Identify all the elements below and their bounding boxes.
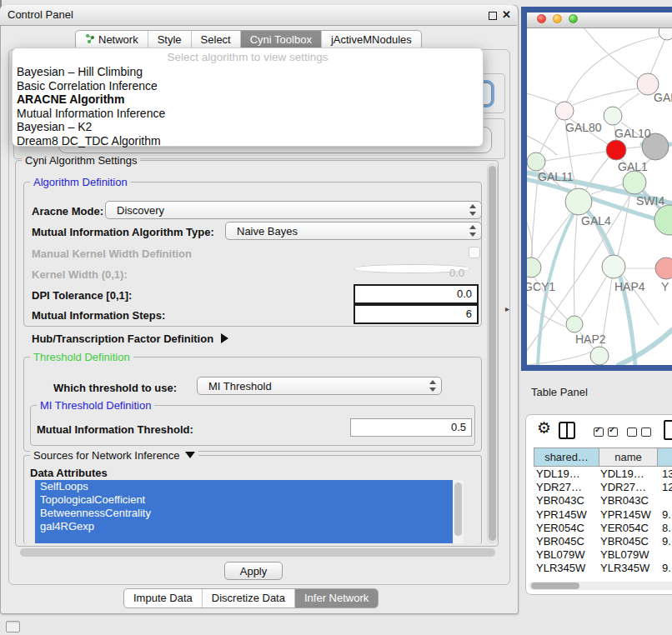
float-window-icon[interactable] xyxy=(489,12,497,20)
network-edge-thick[interactable] xyxy=(619,330,672,365)
stepper-arrows-icon xyxy=(429,379,438,392)
mi-steps-field[interactable]: 6 xyxy=(354,304,479,324)
dropdown-item-basic-correlation-inference[interactable]: Basic Correlation Inference xyxy=(13,79,483,93)
table-row[interactable]: YIL052CYIL052C9 xyxy=(534,576,672,579)
network-edge[interactable] xyxy=(537,213,571,260)
network-node-gal80[interactable] xyxy=(555,102,574,120)
mi-type-label: Mutual Information Algorithm Type: xyxy=(32,226,214,238)
tab-jactivemnodules-label: jActiveMNodules xyxy=(331,31,412,49)
settings-vertical-scrollbar[interactable] xyxy=(487,163,498,543)
settings-horizontal-scrollbar[interactable] xyxy=(20,548,495,557)
hub-definition-label: Hub/Transcription Factor Definition xyxy=(32,332,213,345)
table-row[interactable]: YBR043CYBR043C xyxy=(534,494,672,508)
aracne-mode-combo[interactable]: Discovery xyxy=(105,201,482,219)
table-function-icon[interactable] xyxy=(664,420,672,440)
network-node-unlabeled[interactable] xyxy=(606,140,626,160)
mi-threshold-field[interactable]: 0.5 xyxy=(350,418,472,437)
tab-style[interactable]: Style xyxy=(148,31,191,49)
columns-icon[interactable] xyxy=(559,422,575,439)
control-panel-titlebar[interactable] xyxy=(0,5,517,26)
close-traffic-light-icon[interactable] xyxy=(537,14,546,23)
apply-button[interactable]: Apply xyxy=(224,562,283,580)
dropdown-item-mutual-information-inference[interactable]: Mutual Information Inference xyxy=(13,107,483,121)
network-edge[interactable] xyxy=(574,215,577,316)
table-cell: YPR145W xyxy=(599,508,659,522)
tab-network-label: Network xyxy=(98,31,138,49)
network-node-gcy1[interactable] xyxy=(527,258,541,278)
tab-jactivemnodules[interactable]: jActiveMNodules xyxy=(321,31,421,49)
table-row[interactable]: YER054CYER054C8. xyxy=(534,522,672,535)
table-row[interactable]: YLR345WYLR345W9. xyxy=(534,562,672,575)
network-edge[interactable] xyxy=(584,28,640,80)
attributes-scrollbar[interactable] xyxy=(453,480,464,543)
tab-impute-data[interactable]: Impute Data xyxy=(124,589,202,608)
network-window-titlebar[interactable] xyxy=(527,12,672,28)
manual-kernel-checkbox[interactable] xyxy=(469,247,480,258)
table-row[interactable]: YBR045CYBR045C9. xyxy=(534,535,672,548)
attribute-item-selfloops[interactable]: SelfLoops xyxy=(35,480,464,493)
which-threshold-label: Which threshold to use: xyxy=(53,382,177,394)
network-node-y[interactable] xyxy=(655,258,672,279)
hub-definition-toggle[interactable]: Hub/Transcription Factor Definition xyxy=(32,332,228,345)
tab-infer-network[interactable]: Infer Network xyxy=(294,589,378,608)
network-edge[interactable] xyxy=(618,193,630,256)
network-canvas[interactable]: GALGAL80GAL10GAL1GAL11SWI4GAL4GCY1HAP4YH… xyxy=(527,28,672,365)
network-node-gal11[interactable] xyxy=(527,152,545,171)
dropdown-item-bayesian-k2[interactable]: Bayesian – K2 xyxy=(13,120,483,134)
gear-icon[interactable]: ⚙ xyxy=(537,420,551,436)
zoom-traffic-light-icon[interactable] xyxy=(569,14,578,23)
minimized-panel-icon[interactable] xyxy=(6,621,20,632)
network-node-gal4[interactable] xyxy=(565,188,592,215)
minimize-traffic-light-icon[interactable] xyxy=(553,14,562,23)
column-header-shared[interactable]: shared… xyxy=(534,448,599,467)
pane-divider-arrow-icon[interactable]: ▸ xyxy=(505,304,509,313)
tab-discretize-data[interactable]: Discretize Data xyxy=(202,589,294,608)
dropdown-item-aracne-algorithm[interactable]: ARACNE Algorithm xyxy=(13,92,483,107)
tab-cyni-toolbox[interactable]: Cyni Toolbox xyxy=(240,31,321,49)
attribute-item-betweennesscentrality[interactable]: BetweennessCentrality xyxy=(35,507,464,520)
column-header-name[interactable]: name xyxy=(599,448,658,467)
table-header: shared…name xyxy=(534,448,672,467)
network-edge[interactable] xyxy=(531,171,539,258)
select-all-checks-icon[interactable] xyxy=(594,428,618,437)
table-row[interactable]: YDR27…YDR27…12 xyxy=(534,481,672,494)
network-node-unlabeled[interactable] xyxy=(590,347,609,365)
network-node-unlabeled[interactable] xyxy=(659,28,672,40)
dropdown-item-bayesian-hill-climbing[interactable]: Bayesian – Hill Climbing xyxy=(13,65,483,79)
sources-title[interactable]: Sources for Network Inference xyxy=(30,449,198,462)
table-row[interactable]: YPR145WYPR145W9. xyxy=(534,508,672,522)
which-threshold-combo[interactable]: MI Threshold xyxy=(197,377,442,395)
mi-type-combo[interactable]: Naive Bayes xyxy=(225,222,482,240)
dropdown-prompt: Select algorithm to view settings xyxy=(13,51,483,65)
network-edge[interactable] xyxy=(626,147,642,148)
network-edge[interactable] xyxy=(573,88,638,105)
network-node-unlabeled[interactable] xyxy=(654,205,672,235)
network-node-gal1[interactable] xyxy=(623,171,646,194)
network-edge[interactable] xyxy=(619,93,639,108)
kernel-width-field[interactable]: 0.0 xyxy=(354,264,470,273)
table-cell: 9. xyxy=(659,535,672,548)
deselect-all-checks-icon[interactable] xyxy=(627,428,651,437)
table-row[interactable]: YBL079WYBL079W xyxy=(534,548,672,562)
table-row[interactable]: YDL19…YDL19…13 xyxy=(534,468,672,481)
network-edge[interactable] xyxy=(581,276,607,318)
attribute-item-gal4rgexp[interactable]: gal4RGexp xyxy=(35,520,464,533)
dropdown-item-dream8-dc-tdc-algorithm[interactable]: Dream8 DC_TDC Algorithm xyxy=(13,134,483,148)
collapse-down-icon xyxy=(185,452,195,458)
network-edge[interactable] xyxy=(650,38,665,74)
network-node-hap4[interactable] xyxy=(602,255,625,278)
network-edge[interactable] xyxy=(527,133,557,155)
attribute-item-topologicalcoefficient[interactable]: TopologicalCoefficient xyxy=(35,493,464,507)
dpi-tolerance-field[interactable]: 0.0 xyxy=(354,284,479,304)
tab-select[interactable]: Select xyxy=(191,31,240,49)
close-icon[interactable]: ✕ xyxy=(502,8,511,21)
table-scrollbar-thumb[interactable] xyxy=(531,582,579,589)
tab-network[interactable]: Network xyxy=(76,31,148,49)
network-edge[interactable] xyxy=(527,92,560,105)
network-edge[interactable] xyxy=(527,300,565,327)
mi-threshold-label: Mutual Information Threshold: xyxy=(37,423,193,436)
network-node-gal10[interactable] xyxy=(604,107,622,125)
column-header-cut[interactable] xyxy=(657,448,672,467)
data-attributes-list[interactable]: SelfLoopsTopologicalCoefficientBetweenne… xyxy=(35,480,464,543)
network-node-hap2[interactable] xyxy=(566,316,583,332)
